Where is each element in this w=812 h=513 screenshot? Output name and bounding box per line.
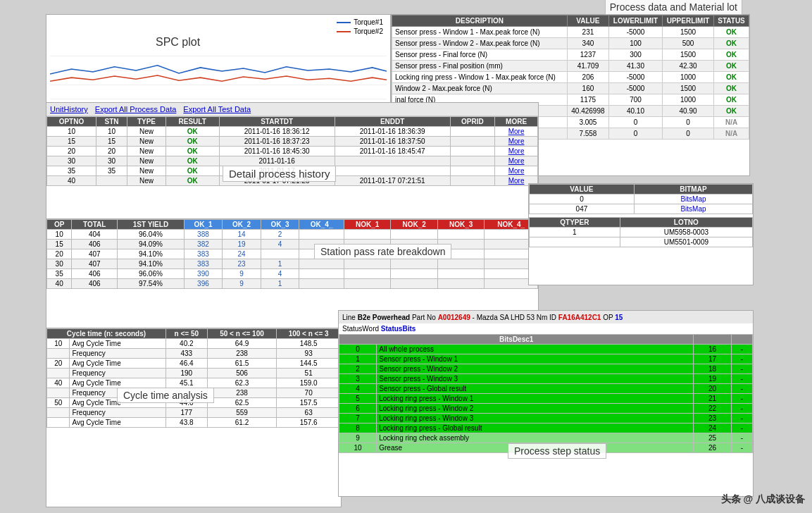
ct-col-3: 100 < n <= 3 [277,329,341,339]
step-v1: 23 [694,414,731,424]
ml-row1-bitmap: BitsMap [634,194,752,204]
uh-cell: New [127,156,165,166]
pd-cell: -5000 [608,27,662,38]
uh-cell[interactable]: More [495,147,538,156]
unit-history-toolbar: UnitHistory Export All Process Data Expo… [46,103,538,116]
ct-cell: 63 [277,408,341,418]
ct-cell: 45.1 [165,378,207,388]
uh-cell[interactable]: More [495,166,538,176]
sp-cell: 406 [72,240,118,249]
sp-cell: 382 [184,240,223,249]
pd-cell: 1175 [567,94,608,106]
pd-cell: 7.558 [567,128,608,140]
ct-cell: 61.5 [207,359,277,369]
sp-cell: 407 [72,249,118,259]
pd-cell: Sensor press - Final position (mm) [392,61,568,72]
main-container: Torque#1 Torque#2 SPC plot Process [0,0,812,513]
cycle-table: Cycle time (n: seconds) n <= 50 50 < n <… [46,328,341,428]
sp-cell: 94.10% [118,259,184,269]
sp-cell: 14 [223,230,261,240]
uh-cell [450,166,495,176]
pd-cell: OK [714,27,749,38]
pd-cell: OK [714,61,749,72]
ct-cell: 70 [277,388,341,398]
sp-col-nok1: NOK_1 [344,220,390,230]
sp-cell [437,259,484,269]
step-v1: 16 [694,345,731,354]
step-bit: 6 [339,404,377,414]
step-v2: - [731,384,752,394]
step-v2: - [731,424,752,433]
step-bit: 8 [339,424,377,433]
ml2-row1-qty: 1 [530,228,620,237]
ml-row2-bitmap: BitsMap [634,204,752,214]
sp-cell: 94.10% [118,249,184,259]
pd-cell: 340 [567,38,608,49]
step-desc: Locking ring press - Window 2 [377,404,694,414]
uh-cell: 30 [96,156,127,166]
sp-cell: 4 [261,240,299,249]
ct-op: 40 [47,378,70,388]
step-v1: 25 [694,433,731,443]
ml2-col-qty: QTYPER [530,218,620,228]
uh-cell[interactable]: More [495,156,538,166]
uh-cell: 2011-01-16 18:36:12 [219,127,335,137]
spc-legend: Torque#1 Torque#2 [337,18,383,37]
pd-cell: 300 [608,49,662,61]
uh-cell: 15 [96,137,127,147]
sp-col-ok1: OK_1 [184,220,223,230]
station-label: Station pass rate breakdown [314,244,451,259]
toolbar-export-test[interactable]: Export All Test Data [183,105,251,113]
ct-cell: 559 [207,408,277,418]
uh-cell[interactable]: More [495,137,538,147]
sp-cell [299,259,344,269]
sp-cell [299,230,344,240]
cycle-panel: Cycle time (n: seconds) n <= 50 50 < n <… [46,328,342,507]
sp-cell: 396 [184,279,223,289]
step-desc: Sensor press - Window 1 [377,354,694,364]
pd-cell: -5000 [608,83,662,94]
step-bit: 4 [339,384,377,394]
uh-col-type: TYPE [127,117,165,127]
pd-col-desc: DESCRIPTION [392,16,568,27]
pd-cell: 40.90 [662,106,713,117]
ct-row-label: Avg Cycle Time [70,378,166,388]
step-v1: 18 [694,364,731,374]
sp-cell [391,230,437,240]
step-header: Line B2e Powerhead Part No A0012649 - Ma… [339,311,753,323]
uh-cell: 2011-01-16 18:36:39 [335,127,450,137]
step-bit: 5 [339,394,377,404]
pd-cell: 1500 [662,83,713,94]
step-desc: Locking ring press - Window 1 [377,394,694,404]
uh-cell: New [127,176,165,186]
uh-cell[interactable]: More [495,127,538,137]
toolbar-unithistory[interactable]: UnitHistory [50,105,88,113]
legend-torque2: Torque#2 [354,27,383,35]
sp-cell: 383 [184,259,223,269]
uh-cell [450,137,495,147]
uh-col-stn: STN [96,117,127,127]
sp-cell [391,269,437,279]
cycle-label: Cycle time analysis [117,388,214,403]
step-table: BitsDesc1 0All whole process16-1Sensor p… [339,334,753,453]
uh-cell: OK [165,127,219,137]
step-bit: 0 [339,345,377,354]
uh-cell: 20 [96,147,127,156]
pd-cell: -5000 [608,72,662,83]
sp-cell [344,279,390,289]
toolbar-export-process[interactable]: Export All Process Data [95,105,177,113]
sp-cell: 15 [47,240,72,249]
ct-row-label: Frequency [70,408,166,418]
uh-cell: New [127,127,165,137]
pd-cell: 0 [662,117,713,128]
uh-cell: OK [165,137,219,147]
legend-torque1: Torque#1 [354,18,383,26]
uh-col-oprid: OPRID [450,117,495,127]
step-bit: 10 [339,443,377,453]
sp-cell [437,279,484,289]
uh-cell [335,156,450,166]
sp-cell: 96.06% [118,269,184,279]
ct-col-1: n <= 50 [165,329,207,339]
ct-cell: 40.2 [165,339,207,349]
uh-cell: New [127,147,165,156]
